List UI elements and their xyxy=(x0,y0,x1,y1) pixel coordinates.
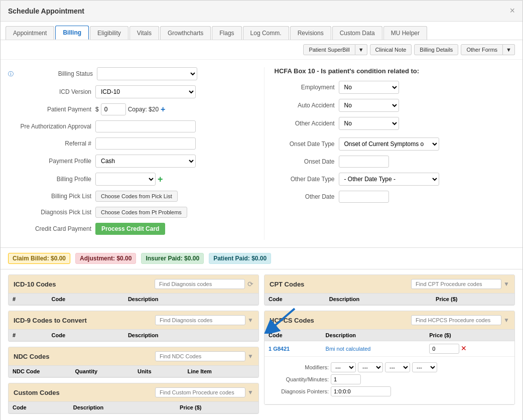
ndc-title: NDC Codes xyxy=(14,353,50,360)
custom-search-input[interactable] xyxy=(155,387,245,397)
diagnosis-pointers-label: Diagnosis Pointers: xyxy=(274,388,329,394)
onset-date-input[interactable] xyxy=(339,156,389,168)
diagnosis-pointers-row: Diagnosis Pointers: xyxy=(274,386,505,396)
icd9-search-input[interactable] xyxy=(155,315,245,325)
payment-profile-select[interactable]: Cash xyxy=(95,155,196,168)
auto-accident-label: Auto Accident xyxy=(275,102,335,109)
other-date-input[interactable] xyxy=(339,191,389,203)
ndc-dropdown-icon[interactable]: ▼ xyxy=(247,353,253,360)
pre-auth-label: Pre Authorization Approval xyxy=(16,123,91,130)
cpt-panel-header: CPT Codes ▼ xyxy=(265,275,514,294)
icd-version-row: ICD Version ICD-10 xyxy=(8,85,249,98)
tab-growthcharts[interactable]: Growthcharts xyxy=(160,26,211,40)
billing-profile-select[interactable] xyxy=(95,173,156,186)
other-date-type-label: Other Date Type xyxy=(275,176,335,183)
clinical-note-button[interactable]: Clinical Note xyxy=(370,44,412,55)
tab-log-comm[interactable]: Log Comm. xyxy=(243,26,289,40)
close-button[interactable]: × xyxy=(509,6,515,16)
modifier-1-select[interactable]: --- xyxy=(331,362,356,372)
custom-dropdown-icon[interactable]: ▼ xyxy=(247,389,253,396)
diagnosis-pick-list-label: Diagnosis Pick List xyxy=(16,209,91,216)
billing-status-label: Billing Status xyxy=(18,70,93,77)
patient-superbill-dropdown-button[interactable]: ▼ xyxy=(355,44,367,55)
other-accident-row: Other Accident No xyxy=(275,117,515,130)
tab-custom-data[interactable]: Custom Data xyxy=(332,26,382,40)
hcpcs-entry-row: 1 G8421 Bmi not calculated ✕ xyxy=(265,341,514,357)
tab-appointment[interactable]: Appointment xyxy=(6,26,54,40)
referral-input[interactable] xyxy=(95,137,196,150)
copay-text: Copay: $20 xyxy=(128,106,159,113)
dollar-sign: $ xyxy=(95,106,99,113)
modal-title: Schedule Appointment xyxy=(8,7,84,15)
icd10-panel: ICD-10 Codes ⟳ # Code Description xyxy=(8,274,259,306)
cpt-panel: CPT Codes ▼ Code Description Price ($) xyxy=(264,274,515,306)
icd10-col-code: Code xyxy=(48,294,124,305)
billing-profile-label: Billing Profile xyxy=(16,176,91,183)
patient-superbill-button[interactable]: Patient SuperBill xyxy=(303,44,355,55)
pre-auth-input[interactable] xyxy=(95,120,196,132)
hcpcs-price-input[interactable] xyxy=(429,344,459,354)
billing-status-help-icon[interactable]: ⓘ xyxy=(8,70,14,78)
billing-profile-row: Billing Profile + xyxy=(8,173,249,186)
add-billing-profile-button[interactable]: + xyxy=(158,174,163,185)
tab-flags[interactable]: Flags xyxy=(212,26,241,40)
custom-title: Custom Codes xyxy=(14,389,60,396)
quantity-input[interactable] xyxy=(331,374,361,384)
adjustment: Adjustment: $0.00 xyxy=(75,253,136,264)
diagnosis-pick-list-button[interactable]: Choose Codes from Pt Problems xyxy=(95,207,187,218)
auto-accident-select[interactable]: No xyxy=(339,99,399,112)
icd9-title: ICD-9 Codes to Convert xyxy=(14,317,87,324)
tab-mu-helper[interactable]: MU Helper xyxy=(383,26,427,40)
icd9-col-description: Description xyxy=(124,330,258,341)
billing-pick-list-button[interactable]: Choose Codes from Pick List xyxy=(95,191,178,202)
cpt-search-input[interactable] xyxy=(411,279,501,289)
insurer-paid: Insurer Paid: $0.00 xyxy=(141,253,204,264)
hcpcs-entry-code: 1 G8421 xyxy=(265,341,322,357)
referral-row: Referral # xyxy=(8,137,249,150)
ndc-panel: NDC Codes ▼ NDC Code Quantity Units Line… xyxy=(8,347,259,378)
modifier-4-select[interactable]: --- xyxy=(412,362,437,372)
icd-version-label: ICD Version xyxy=(16,88,91,95)
hcpcs-header-row: Code Description Price ($) xyxy=(265,330,514,341)
onset-date-type-select[interactable]: Onset of Current Symptoms o xyxy=(339,137,439,151)
other-accident-select[interactable]: No xyxy=(339,117,399,130)
icd-version-select[interactable]: ICD-10 xyxy=(95,85,196,98)
process-credit-card-button[interactable]: Process Credit Card xyxy=(95,223,165,235)
other-forms-dropdown-button[interactable]: ▼ xyxy=(503,44,515,55)
icd9-table: # Code Description xyxy=(9,330,258,341)
hcpcs-search-input[interactable] xyxy=(411,315,501,325)
hcpcs-detail-cell: Modifiers: --- --- --- xyxy=(265,357,514,404)
add-payment-button[interactable]: + xyxy=(161,105,165,114)
cpt-dropdown-icon[interactable]: ▼ xyxy=(503,281,509,288)
other-date-type-row: Other Date Type - Other Date Type - xyxy=(275,173,515,186)
tab-billing[interactable]: Billing xyxy=(55,26,89,40)
employment-select[interactable]: No xyxy=(339,81,399,94)
icd10-search-input[interactable] xyxy=(155,279,245,289)
hcpcs-dropdown-icon[interactable]: ▼ xyxy=(503,317,509,324)
onset-date-label: Onset Date xyxy=(275,158,335,165)
other-date-type-select[interactable]: - Other Date Type - xyxy=(339,173,439,186)
patient-payment-input[interactable] xyxy=(101,103,126,115)
other-forms-group: Other Forms ▼ xyxy=(461,44,515,55)
ndc-table: NDC Code Quantity Units Line Item xyxy=(9,366,258,377)
diagnosis-pointers-input[interactable] xyxy=(331,386,391,396)
tab-vitals[interactable]: Vitals xyxy=(129,26,159,40)
hcpcs-code-link[interactable]: 1 G8421 xyxy=(269,346,290,352)
onset-date-type-row: Onset Date Type Onset of Current Symptom… xyxy=(275,137,515,151)
hcpcs-search-wrap: ▼ xyxy=(411,315,509,325)
billing-form: ⓘ Billing Status ICD Version ICD-10 Pati… xyxy=(1,60,522,247)
other-forms-button[interactable]: Other Forms xyxy=(461,44,503,55)
tab-eligibility[interactable]: Eligibility xyxy=(90,26,128,40)
tab-revisions[interactable]: Revisions xyxy=(290,26,331,40)
hcpcs-delete-button[interactable]: ✕ xyxy=(461,344,467,352)
modifier-2-select[interactable]: --- xyxy=(358,362,383,372)
billing-details-button[interactable]: Billing Details xyxy=(414,44,458,55)
cpt-title: CPT Codes xyxy=(270,281,304,288)
hcfa-title: HCFA Box 10 - Is patient's condition rel… xyxy=(275,67,515,75)
icd9-dropdown-icon[interactable]: ▼ xyxy=(247,317,253,324)
modifier-3-select[interactable]: --- xyxy=(385,362,410,372)
quantity-label: Quantity/Minutes: xyxy=(274,376,329,382)
other-date-label: Other Date xyxy=(275,193,335,200)
ndc-search-input[interactable] xyxy=(155,351,245,361)
billing-status-select[interactable] xyxy=(97,67,197,80)
